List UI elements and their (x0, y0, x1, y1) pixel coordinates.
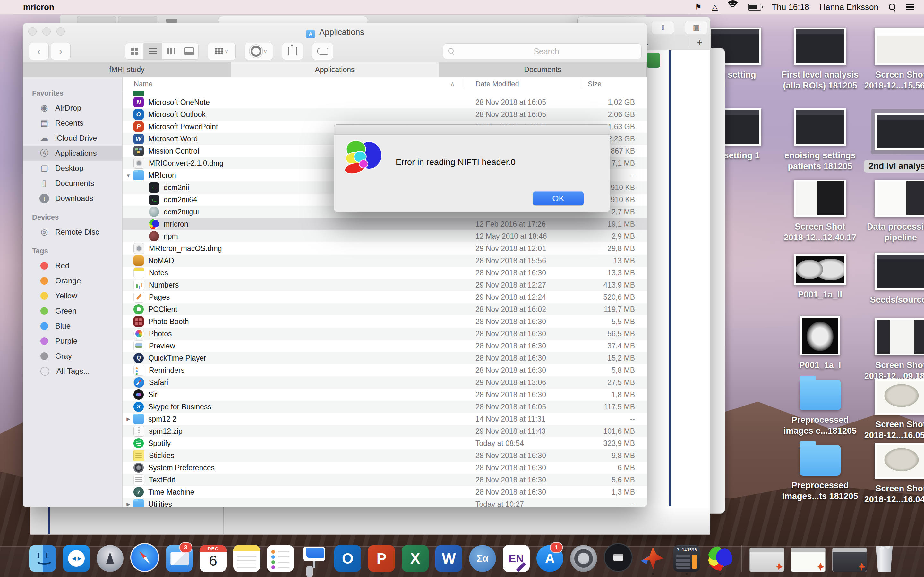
desktop-icon-screenshot-09-18-28[interactable]: Screen Shot2018-12...09.18.28 (861, 318, 924, 382)
file-row[interactable]: Pages 29 Nov 2018 at 12:24 520,6 MB (123, 291, 647, 303)
file-row[interactable]: ▶ Utilities Today at 10:27 -- (123, 498, 647, 507)
sidebar-item-desktop[interactable]: ▢ Desktop (23, 161, 122, 176)
tags-button[interactable] (312, 43, 333, 60)
dock-item-launchpad[interactable] (97, 545, 124, 575)
file-row[interactable] (123, 91, 647, 96)
ok-button[interactable]: OK (533, 191, 583, 205)
desktop-icon-screenshot-16-05-29[interactable]: Screen Shot2018-12...16.05.29 (861, 379, 924, 441)
search-input[interactable] (457, 47, 636, 56)
dock-item-excel[interactable]: X (402, 545, 429, 575)
disclosure-triangle-icon[interactable]: ▶ (125, 416, 132, 422)
sidebar-tag-blue[interactable]: Blue (23, 318, 122, 334)
file-row[interactable]: Spotify Today at 08:54 323,9 MB (123, 437, 647, 450)
disclosure-triangle-icon[interactable]: ▼ (125, 173, 132, 178)
sidebar-tag-orange[interactable]: Orange (23, 273, 122, 288)
dock-item-app-store[interactable]: A 1 (536, 545, 564, 575)
desktop-icon-screenshot-12-40-17[interactable]: Screen Shot2018-12...12.40.17 (780, 179, 860, 243)
column-header-size[interactable]: Size (588, 80, 602, 88)
sidebar-item-documents[interactable]: ▯ Documents (23, 176, 122, 191)
dock-item-calculator[interactable]: 3.141593 (673, 545, 700, 575)
sidebar-item-airdrop[interactable]: ◉ AirDrop (23, 100, 122, 115)
file-row[interactable]: npm 12 May 2010 at 18:46 2,9 MB (123, 230, 647, 242)
app-menu-name[interactable]: mricron (23, 2, 54, 12)
file-row[interactable]: O Microsoft Outlook 28 Nov 2018 at 16:05… (123, 108, 647, 121)
dock-item-keynote[interactable] (300, 545, 328, 575)
dock-item-mricron[interactable] (707, 545, 734, 575)
sidebar-item-all-tags[interactable]: All Tags... (23, 364, 122, 379)
file-row[interactable]: Photo Booth 28 Nov 2018 at 16:30 5,5 MB (123, 316, 647, 327)
dock-item-teamviewer[interactable] (63, 545, 90, 575)
share-icon[interactable]: ⇧ (652, 21, 674, 34)
sidebar-item-recents[interactable]: ▤ Recents (23, 115, 122, 131)
dock-item-self-service[interactable] (604, 543, 633, 575)
sidebar-item-icloud-drive[interactable]: ☁ iCloud Drive (23, 131, 122, 145)
dock-item-reminders[interactable] (267, 545, 294, 575)
battery-icon[interactable] (748, 3, 761, 11)
desktop-icon-preprocessed-images-ts[interactable]: Preprocessedimages...ts 181205 (780, 443, 860, 502)
group-button[interactable]: ∨ (208, 43, 236, 60)
column-view-button[interactable] (162, 43, 180, 59)
file-row[interactable]: ▶ spm12 2 14 Nov 2018 at 11:31 -- (123, 413, 647, 425)
wifi-icon[interactable] (728, 3, 738, 11)
dock-item-minimized-dark-window[interactable] (832, 548, 867, 575)
dock-item-mail[interactable]: 3 (166, 545, 193, 575)
desktop-icon-data-processing-pipeline[interactable]: Data processingpipeline (861, 179, 924, 243)
sidebar-item-remote-disc[interactable]: ◎ Remote Disc (23, 224, 122, 239)
dock-item-endnote[interactable]: EN (503, 545, 530, 575)
column-header-name[interactable]: Name (134, 80, 153, 88)
copy-icon[interactable]: ▣ (685, 21, 708, 34)
file-row[interactable]: Notes 28 Nov 2018 at 16:30 13,3 MB (123, 267, 647, 279)
file-row[interactable]: Time Machine 28 Nov 2018 at 16:30 1,3 MB (123, 486, 647, 498)
file-row[interactable]: spm12.zip 29 Nov 2018 at 11:43 101,6 MB (123, 425, 647, 437)
file-row[interactable]: TextEdit 28 Nov 2018 at 16:30 5,6 MB (123, 474, 647, 486)
disclosure-triangle-icon[interactable]: ▶ (125, 501, 132, 507)
file-row[interactable]: S Skype for Business 28 Nov 2018 at 16:0… (123, 401, 647, 413)
dock-item-system-preferences[interactable] (570, 545, 597, 575)
dock-item-mathtype[interactable]: Σα (469, 545, 496, 575)
column-divider[interactable] (581, 79, 581, 89)
sidebar-tag-red[interactable]: Red (23, 258, 122, 273)
vpn-triangle-icon[interactable]: △ (712, 3, 718, 11)
action-gear-button[interactable]: ∨ (245, 43, 273, 60)
status-flag-icon[interactable]: ⚑ (695, 3, 702, 11)
share-button[interactable] (282, 43, 303, 60)
file-row[interactable]: Q QuickTime Player 28 Nov 2018 at 16:30 … (123, 352, 647, 364)
desktop-icon-screenshot-16-04-16[interactable]: Screen Shot2018-12...16.04.16 (861, 443, 924, 505)
list-view-button[interactable] (144, 43, 162, 59)
sidebar-tag-yellow[interactable]: Yellow (23, 288, 122, 303)
sidebar-tag-purple[interactable]: Purple (23, 334, 122, 348)
file-row[interactable]: System Preferences 28 Nov 2018 at 16:30 … (123, 462, 647, 474)
file-row[interactable]: N Microsoft OneNote 28 Nov 2018 at 16:05… (123, 96, 647, 108)
forward-button[interactable]: › (51, 43, 71, 60)
desktop-icon-screenshot-15-56-35[interactable]: Screen Shot2018-12...15.56.35 (861, 27, 924, 91)
gallery-view-button[interactable] (180, 43, 198, 59)
sidebar-tag-green[interactable]: Green (23, 303, 122, 318)
background-window-tab[interactable] (118, 16, 157, 24)
menu-clock[interactable]: Thu 16:18 (772, 2, 809, 12)
dock-item-minimized-matlab-editor[interactable] (750, 548, 784, 575)
background-window-button[interactable] (166, 19, 177, 23)
sidebar-item-downloads[interactable]: ↓ Downloads (23, 191, 122, 206)
dock-item-trash[interactable] (874, 546, 895, 575)
desktop-icon-2nd-lvl-analysis[interactable]: 2nd lvl analysis (861, 113, 924, 173)
dock-item-notes[interactable] (233, 545, 260, 575)
dock-item-word[interactable]: W (435, 545, 462, 575)
dock-item-calendar[interactable]: DEC 6 (200, 545, 226, 575)
file-row[interactable]: PCClient 28 Nov 2018 at 16:02 119,7 MB (123, 303, 647, 316)
dock-item-finder[interactable] (29, 545, 56, 575)
file-row[interactable]: Safari 29 Nov 2018 at 13:06 27,5 MB (123, 376, 647, 388)
file-row[interactable]: Numbers 29 Nov 2018 at 12:27 413,9 MB (123, 279, 647, 291)
tab-applications[interactable]: Applications (231, 62, 439, 77)
file-row[interactable]: NoMAD 28 Nov 2018 at 15:56 13 MB (123, 255, 647, 267)
desktop-icon-first-level-analysis[interactable]: First level analysis(alla ROIs) 181205 (780, 27, 860, 91)
desktop-icon-seeds-sources[interactable]: Seeds/sources (861, 253, 924, 306)
file-row[interactable]: Photos 28 Nov 2018 at 16:30 56,5 MB (123, 327, 647, 340)
file-row[interactable]: Preview 28 Nov 2018 at 16:30 37,4 MB (123, 340, 647, 352)
desktop-icon-p001-1a-l[interactable]: P001_1a_l (780, 316, 860, 371)
dock-item-outlook[interactable]: O (334, 545, 361, 575)
background-window-new-tab-button[interactable]: + (689, 37, 710, 48)
search-field[interactable] (443, 43, 642, 59)
notification-center-icon[interactable] (906, 4, 914, 10)
sidebar-tag-gray[interactable]: Gray (23, 348, 122, 364)
back-button[interactable]: ‹ (29, 43, 49, 60)
